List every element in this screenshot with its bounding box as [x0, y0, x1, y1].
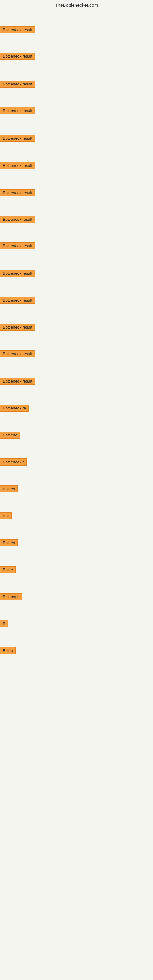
- bottleneck-result-item[interactable]: Bot: [0, 512, 12, 519]
- bottleneck-result-item[interactable]: Bo: [0, 620, 8, 627]
- bottleneck-result-item[interactable]: Bottlen: [0, 485, 18, 492]
- bottleneck-result-item[interactable]: Bottleneck result: [0, 26, 35, 33]
- bottleneck-result-item[interactable]: Bottleneck result: [0, 297, 35, 304]
- bottleneck-result-item[interactable]: Bottleneck result: [0, 52, 35, 60]
- bottleneck-result-item[interactable]: Bottleneck result: [0, 81, 35, 88]
- bottleneck-result-item[interactable]: Bottlene: [0, 431, 20, 439]
- bottleneck-result-item[interactable]: Bottleneck result: [0, 189, 35, 196]
- bottleneck-result-item[interactable]: Bottleneck re: [0, 404, 29, 412]
- bottleneck-result-item[interactable]: Bottleneck result: [0, 242, 35, 249]
- bottleneck-result-item[interactable]: Bottleneck result: [0, 270, 35, 277]
- bottleneck-result-item[interactable]: Bottle: [0, 566, 16, 573]
- bottleneck-result-item[interactable]: Bottleneck result: [0, 378, 35, 385]
- bottleneck-result-item[interactable]: Bottleneck result: [0, 162, 35, 169]
- bottleneck-result-item[interactable]: Bottlen: [0, 539, 18, 546]
- bottleneck-result-item[interactable]: Bottlenec: [0, 593, 22, 600]
- site-title: TheBottlenecker.com: [0, 0, 153, 9]
- bottleneck-result-item[interactable]: Bottleneck result: [0, 107, 35, 114]
- bottleneck-result-item[interactable]: Bottle: [0, 647, 16, 654]
- bottleneck-result-item[interactable]: Bottleneck result: [0, 350, 35, 357]
- bottleneck-result-item[interactable]: Bottleneck result: [0, 135, 35, 142]
- bottleneck-result-item[interactable]: Bottleneck result: [0, 324, 35, 331]
- bottleneck-result-item[interactable]: Bottleneck r: [0, 458, 27, 466]
- bottleneck-result-item[interactable]: Bottleneck result: [0, 216, 35, 223]
